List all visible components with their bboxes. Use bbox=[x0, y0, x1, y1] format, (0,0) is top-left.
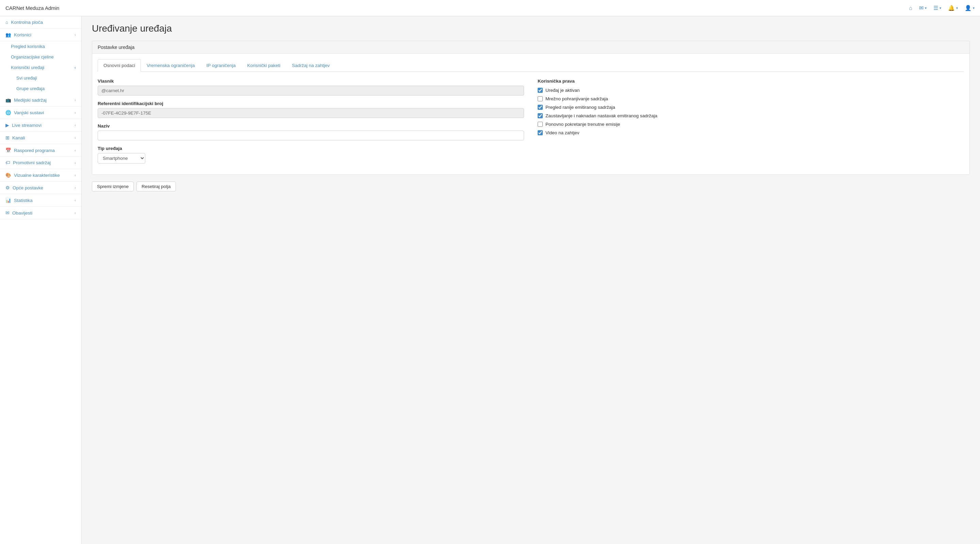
app-brand: CARNet Meduza Admin bbox=[5, 5, 909, 11]
checkbox-pregled-emitiranog: Pregled ranije emitiranog sadržaja bbox=[538, 105, 964, 110]
checkbox-zaustavljanje-label: Zaustavljanje i naknadan nastavak emitir… bbox=[546, 113, 657, 118]
sidebar-item-label: Kanali bbox=[12, 135, 25, 140]
promotivni-sadrzaj-icon: 🏷 bbox=[5, 160, 10, 165]
checkbox-zaustavljanje-input[interactable] bbox=[538, 113, 543, 118]
kanali-arrow-icon: ‹ bbox=[75, 136, 76, 140]
korisnici-icon: 👥 bbox=[5, 32, 11, 37]
bell-nav-button[interactable]: 🔔 ▾ bbox=[948, 5, 958, 11]
tip-uredaja-group: Tip uređaja Smartphone Tablet TV Desktop… bbox=[98, 146, 524, 163]
vlasnik-input[interactable] bbox=[98, 86, 524, 95]
sidebar-item-live-streamovi[interactable]: ▶ Live streamovi ‹ bbox=[0, 119, 81, 132]
sidebar-item-organizacijske-cjeline[interactable]: Organizacijske cjeline bbox=[0, 52, 81, 62]
top-navigation: CARNet Meduza Admin ⌂ ✉ ▾ ☰ ▾ 🔔 ▾ 👤 ▾ bbox=[0, 0, 980, 16]
checkbox-pokretanje-emisije-input[interactable] bbox=[538, 122, 543, 127]
tip-uredaja-select[interactable]: Smartphone Tablet TV Desktop Laptop Othe… bbox=[98, 153, 145, 163]
referentni-input[interactable] bbox=[98, 108, 524, 118]
checkbox-uredaj-aktivan-input[interactable] bbox=[538, 88, 543, 93]
korisnicki-uredaji-arrow-icon: ‹ bbox=[75, 65, 76, 70]
vizualne-karakteristike-icon: 🎨 bbox=[5, 172, 11, 178]
tab-osnovni-podaci[interactable]: Osnovni podaci bbox=[98, 59, 141, 72]
checkbox-pregled-emitiranog-input[interactable] bbox=[538, 105, 543, 110]
sidebar-item-kontrolna-ploca[interactable]: ⌂ Kontrolna ploča bbox=[0, 16, 81, 29]
opce-postavke-icon: ⚙ bbox=[5, 185, 10, 190]
user-icon: 👤 bbox=[965, 5, 972, 11]
tabs-bar: Osnovni podaci Vremenska ograničenja IP … bbox=[98, 59, 964, 72]
user-nav-button[interactable]: 👤 ▾ bbox=[965, 5, 975, 11]
card-body: Osnovni podaci Vremenska ograničenja IP … bbox=[92, 54, 969, 174]
checkbox-pregled-emitiranog-label: Pregled ranije emitiranog sadržaja bbox=[546, 105, 615, 110]
organizacijske-cjeline-label: Organizacijske cjeline bbox=[11, 54, 54, 60]
sidebar-item-kanali[interactable]: ⊞ Kanali ‹ bbox=[0, 132, 81, 144]
list-caret-icon: ▾ bbox=[940, 6, 941, 10]
reset-button[interactable]: Resetiraj polja bbox=[137, 182, 176, 192]
form-left-column: Vlasnik Referentni identifikacijski broj… bbox=[98, 79, 524, 169]
list-nav-button[interactable]: ☰ ▾ bbox=[933, 5, 941, 11]
grupe-uredaja-label: Grupe uređaja bbox=[16, 86, 45, 91]
bell-icon: 🔔 bbox=[948, 5, 955, 11]
tab-vremenska-ogranicenja[interactable]: Vremenska ograničenja bbox=[141, 59, 200, 72]
raspored-programa-icon: 📅 bbox=[5, 147, 11, 153]
sidebar-item-label: Medijski sadržaj bbox=[14, 98, 47, 103]
save-button[interactable]: Spremi izmjene bbox=[92, 182, 134, 192]
pregled-korisnika-label: Pregled korisnika bbox=[11, 44, 45, 49]
korisnici-collapse-icon: ‹ bbox=[75, 33, 76, 37]
tab-sadrzaj-na-zahtjev[interactable]: Sadržaj na zahtjev bbox=[286, 59, 336, 72]
tab-ip-ogranicenja[interactable]: IP ograničenja bbox=[200, 59, 241, 72]
sidebar-item-vanjski-sustavi[interactable]: 🌐 Vanjski sustavi ‹ bbox=[0, 106, 81, 119]
layout: ⌂ Kontrolna ploča 👥 Korisnici ‹ Pregled … bbox=[0, 16, 980, 544]
sidebar: ⌂ Kontrolna ploča 👥 Korisnici ‹ Pregled … bbox=[0, 16, 82, 544]
form-right-column: Korisnička prava Uređaj je aktivan Mrežn… bbox=[538, 79, 964, 169]
naziv-group: Naziv bbox=[98, 124, 524, 140]
checkbox-zaustavljanje: Zaustavljanje i naknadan nastavak emitir… bbox=[538, 113, 964, 118]
vizualne-karakteristike-arrow-icon: ‹ bbox=[75, 173, 76, 177]
sidebar-item-opce-postavke[interactable]: ⚙ Opće postavke ‹ bbox=[0, 182, 81, 194]
sidebar-item-label: Statistika bbox=[14, 198, 33, 203]
medijski-sadrzaj-arrow-icon: ‹ bbox=[75, 98, 76, 102]
sidebar-item-medijski-sadrzaj[interactable]: 📺 Medijski sadržaj ‹ bbox=[0, 94, 81, 106]
raspored-programa-arrow-icon: ‹ bbox=[75, 148, 76, 152]
sidebar-item-label: Promotivni sadržaj bbox=[13, 160, 51, 165]
opce-postavke-arrow-icon: ‹ bbox=[75, 186, 76, 190]
sidebar-item-promotivni-sadrzaj[interactable]: 🏷 Promotivni sadržaj ‹ bbox=[0, 157, 81, 169]
sidebar-item-grupe-uredaja[interactable]: Grupe uređaja bbox=[0, 83, 81, 94]
bell-caret-icon: ▾ bbox=[956, 6, 958, 10]
sidebar-item-label: Korisnici bbox=[14, 32, 31, 37]
sidebar-item-korisnicki-uredaji[interactable]: Korisnički uređaji ‹ bbox=[0, 62, 81, 73]
kontrolna-ploca-icon: ⌂ bbox=[5, 20, 8, 25]
promotivni-sadrzaj-arrow-icon: ‹ bbox=[75, 161, 76, 165]
sidebar-item-raspored-programa[interactable]: 📅 Raspored programa ‹ bbox=[0, 144, 81, 157]
home-icon: ⌂ bbox=[909, 5, 912, 11]
home-nav-button[interactable]: ⌂ bbox=[909, 5, 912, 11]
sidebar-item-obavijesti[interactable]: ✉ Obavijesti ‹ bbox=[0, 207, 81, 219]
statistika-icon: 📊 bbox=[5, 198, 11, 203]
live-streamovi-icon: ▶ bbox=[5, 122, 9, 128]
sidebar-item-vizualne-karakteristike[interactable]: 🎨 Vizualne karakteristike ‹ bbox=[0, 169, 81, 182]
device-settings-card: Postavke uređaja Osnovni podaci Vremensk… bbox=[92, 41, 970, 175]
sidebar-item-label: Vanjski sustavi bbox=[14, 110, 44, 115]
kanali-icon: ⊞ bbox=[5, 135, 10, 140]
referentni-label: Referentni identifikacijski broj bbox=[98, 101, 524, 106]
list-icon: ☰ bbox=[933, 5, 938, 11]
checkbox-uredaj-aktivan-label: Uređaj je aktivan bbox=[546, 88, 580, 93]
sidebar-item-korisnici[interactable]: 👥 Korisnici ‹ bbox=[0, 29, 81, 41]
mail-nav-button[interactable]: ✉ ▾ bbox=[919, 5, 927, 11]
form-layout: Vlasnik Referentni identifikacijski broj… bbox=[98, 79, 964, 169]
mail-caret-icon: ▾ bbox=[925, 6, 927, 10]
checkbox-uredaj-aktivan: Uređaj je aktivan bbox=[538, 88, 964, 93]
sidebar-item-pregled-korisnika[interactable]: Pregled korisnika bbox=[0, 41, 81, 52]
svi-uredaji-label: Svi uređaji bbox=[16, 76, 37, 81]
sidebar-item-statistika[interactable]: 📊 Statistika ‹ bbox=[0, 194, 81, 207]
page-title: Uređivanje uređaja bbox=[92, 23, 970, 34]
checkbox-mrezno-pohranjivanje-input[interactable] bbox=[538, 96, 543, 102]
sidebar-item-label: Obavijesti bbox=[12, 211, 32, 216]
vanjski-sustavi-arrow-icon: ‹ bbox=[75, 111, 76, 114]
tab-korisnicki-paketi[interactable]: Korisnički paketi bbox=[241, 59, 286, 72]
naziv-input[interactable] bbox=[98, 130, 524, 140]
card-header: Postavke uređaja bbox=[92, 41, 969, 54]
medijski-sadrzaj-icon: 📺 bbox=[5, 97, 11, 103]
sidebar-item-svi-uredaji[interactable]: Svi uređaji bbox=[0, 73, 81, 83]
checkbox-pokretanje-emisije: Ponovno pokretanje trenutne emisije bbox=[538, 122, 964, 127]
obavijesti-arrow-icon: ‹ bbox=[75, 211, 76, 215]
statistika-arrow-icon: ‹ bbox=[75, 198, 76, 202]
checkbox-video-na-zahtjev-input[interactable] bbox=[538, 130, 543, 135]
